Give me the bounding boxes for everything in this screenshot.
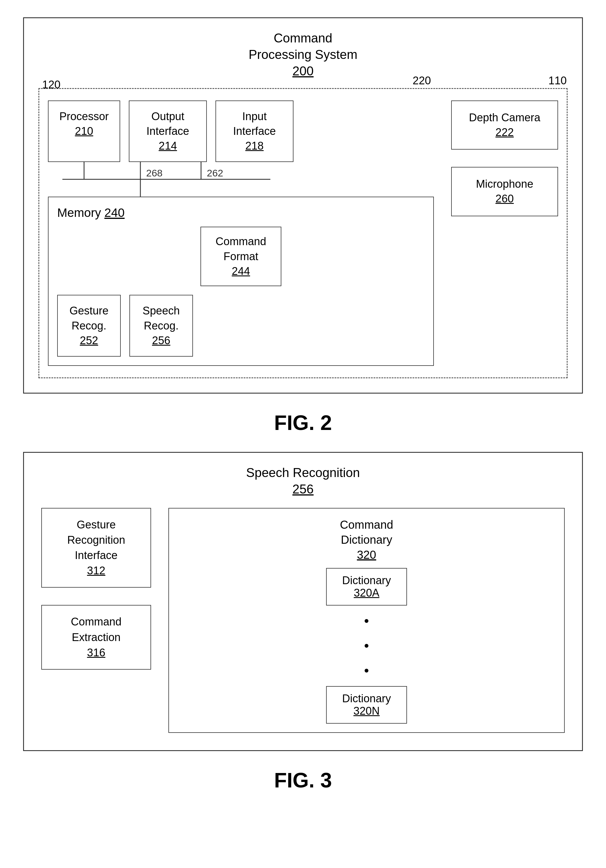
input-iface-num: 218	[223, 139, 286, 153]
cmd-format-label: CommandFormat	[216, 236, 266, 262]
fig3-left-col: GestureRecognitionInterface 312 CommandE…	[41, 508, 151, 670]
speech-recog-label: SpeechRecog.	[143, 305, 180, 332]
cmd-extraction-label: CommandExtraction	[71, 615, 121, 643]
fig3-title-text: Speech Recognition	[246, 465, 360, 480]
fig3-container: Speech Recognition 256 GestureRecognitio…	[23, 452, 583, 751]
dictionary-a-box: Dictionary 320A	[326, 568, 407, 606]
memory-box: Memory 240 CommandFormat 244 GestureReco…	[48, 197, 434, 366]
cps-title: Command Processing System 200	[39, 30, 567, 79]
input-iface-box: InputInterface 218	[216, 101, 294, 162]
gesture-iface-label: GestureRecognitionInterface	[67, 519, 125, 561]
right-column: Depth Camera 222 Microphone 260	[451, 101, 558, 216]
input-iface-label: InputInterface	[233, 110, 276, 137]
gesture-recog-label: GestureRecog.	[69, 305, 108, 332]
cmd-format-num: 244	[209, 264, 273, 279]
gesture-iface-num: 312	[87, 564, 105, 577]
processor-num: 210	[56, 124, 113, 139]
label-120: 120	[42, 79, 61, 91]
dict-a-label: Dictionary	[342, 574, 391, 586]
dict-n-label: Dictionary	[342, 693, 391, 705]
microphone-num: 260	[458, 191, 552, 206]
cmd-dict-label: CommandDictionary	[340, 518, 393, 546]
gesture-recog-num: 252	[65, 333, 113, 348]
dictionary-n-box: Dictionary 320N	[326, 686, 407, 724]
speech-recog-num: 256	[137, 333, 185, 348]
microphone-label: Microphone	[476, 178, 533, 190]
command-format-box: CommandFormat 244	[200, 227, 281, 286]
label-110: 110	[549, 74, 567, 87]
processor-label: Processor	[59, 110, 109, 122]
svg-text:262: 262	[207, 167, 223, 178]
speech-recog-box: SpeechRecog. 256	[129, 295, 193, 356]
depth-camera-label: Depth Camera	[469, 112, 540, 124]
cmd-dict-num: 320	[357, 548, 376, 561]
memory-title: Memory 240	[57, 206, 424, 220]
output-iface-num: 214	[136, 139, 199, 153]
fig3-right-col: CommandDictionary 320 Dictionary 320A ••…	[168, 508, 565, 733]
command-extraction-box: CommandExtraction 316	[41, 605, 151, 670]
connector-svg: 268 262	[48, 162, 285, 197]
fig2-container: Command Processing System 200 120 220 11…	[23, 17, 583, 394]
bottom-boxes: GestureRecog. 252 SpeechRecog. 256	[57, 295, 424, 356]
dict-n-num: 320N	[334, 705, 399, 717]
microphone-box: Microphone 260	[451, 167, 558, 216]
dict-a-num: 320A	[334, 587, 399, 599]
label-220: 220	[413, 74, 431, 87]
speech-recog-title: Speech Recognition 256	[41, 464, 565, 497]
connectors-area: 268 262	[48, 162, 434, 197]
depth-camera-num: 222	[458, 125, 552, 140]
output-iface-box: OutputInterface 214	[129, 101, 207, 162]
fig2-caption: FIG. 2	[23, 411, 583, 435]
depth-camera-box: Depth Camera 222	[451, 101, 558, 150]
fig3-content: GestureRecognitionInterface 312 CommandE…	[41, 508, 565, 733]
command-dictionary-box: CommandDictionary 320 Dictionary 320A ••…	[168, 508, 565, 733]
cps-title-num: 200	[39, 63, 567, 79]
gesture-recognition-interface-box: GestureRecognitionInterface 312	[41, 508, 151, 588]
cps-title-line1: Command	[39, 30, 567, 46]
region-120: 120 220 110 Processor 210 OutputInterfac…	[39, 88, 567, 378]
gesture-recog-box: GestureRecog. 252	[57, 295, 121, 356]
cps-title-line2: Processing System	[39, 46, 567, 63]
cmd-extraction-num: 316	[87, 646, 105, 659]
cmd-dict-title: CommandDictionary 320	[178, 517, 555, 562]
fig3-title-num: 256	[292, 482, 313, 496]
output-iface-label: OutputInterface	[146, 110, 189, 137]
dots: •••	[178, 608, 555, 683]
processor-box: Processor 210	[48, 101, 120, 162]
fig3-caption: FIG. 3	[23, 768, 583, 792]
svg-text:268: 268	[146, 167, 163, 178]
